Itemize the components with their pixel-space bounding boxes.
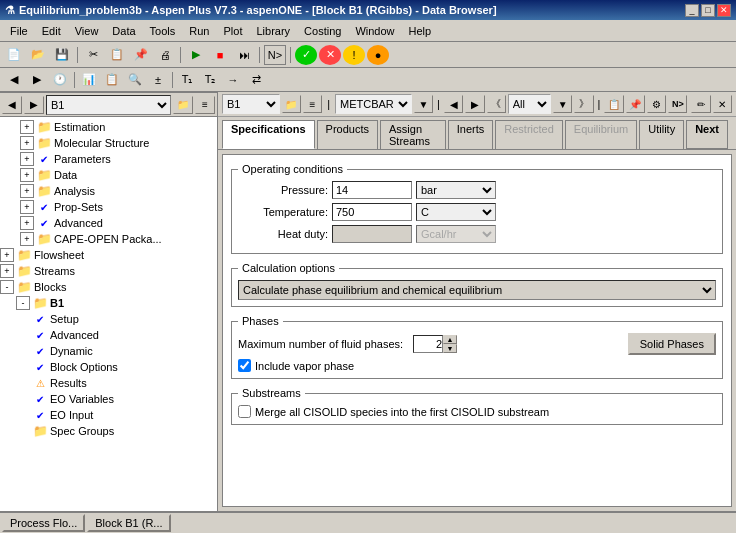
run-btn[interactable]: ▶ xyxy=(185,45,207,65)
left-nav-back[interactable]: ◀ xyxy=(2,96,22,114)
tree-item-eovariables[interactable]: ✔ EO Variables xyxy=(0,391,217,407)
next-button[interactable]: Next xyxy=(686,120,728,149)
block-b1-selector[interactable]: B1 xyxy=(222,94,280,114)
temperature-input[interactable] xyxy=(332,203,412,221)
tree-item-dynamic[interactable]: ✔ Dynamic xyxy=(0,343,217,359)
view2-btn[interactable]: 📋 xyxy=(101,70,123,90)
metc-dropdown[interactable]: ▼ xyxy=(414,95,433,113)
menu-item-data[interactable]: Data xyxy=(106,23,141,39)
calculation-options-select[interactable]: Calculate phase equilibrium and chemical… xyxy=(238,280,716,300)
tree-item-capeopen[interactable]: + 📁 CAPE-OPEN Packa... xyxy=(0,231,217,247)
merge-cisolid-checkbox[interactable] xyxy=(238,405,251,418)
menu-item-help[interactable]: Help xyxy=(403,23,438,39)
check-btn[interactable]: ✓ xyxy=(295,45,317,65)
list-btn[interactable]: ≡ xyxy=(303,95,322,113)
ok-btn[interactable]: ● xyxy=(367,45,389,65)
left-folder-btn[interactable]: 📁 xyxy=(173,96,193,114)
pressure-input[interactable] xyxy=(332,181,412,199)
paste-btn[interactable]: 📌 xyxy=(130,45,152,65)
tree-item-advanced[interactable]: + ✔ Advanced xyxy=(0,215,217,231)
tree-item-advanced-b1[interactable]: ✔ Advanced xyxy=(0,327,217,343)
tab-inerts[interactable]: Inerts xyxy=(448,120,494,149)
tree-item-analysis[interactable]: + 📁 Analysis xyxy=(0,183,217,199)
copy2-btn[interactable]: 📋 xyxy=(604,95,623,113)
menu-item-window[interactable]: Window xyxy=(349,23,400,39)
tree-item-setup[interactable]: ✔ Setup xyxy=(0,311,217,327)
tree-item-specgroups[interactable]: 📁 Spec Groups xyxy=(0,423,217,439)
fwd-btn[interactable]: ▶ xyxy=(26,70,48,90)
settings-btn[interactable]: ⚙ xyxy=(647,95,666,113)
solid-phases-button[interactable]: Solid Phases xyxy=(628,333,716,355)
all-selector[interactable]: All xyxy=(508,94,551,114)
nav-first-btn[interactable]: 《 xyxy=(487,95,506,113)
tree-item-eoinput[interactable]: ✔ EO Input xyxy=(0,407,217,423)
open-btn[interactable]: 📂 xyxy=(27,45,49,65)
folder-btn[interactable]: 📁 xyxy=(282,95,301,113)
cut-btn[interactable]: ✂ xyxy=(82,45,104,65)
tree-item-propsets[interactable]: + ✔ Prop-Sets xyxy=(0,199,217,215)
menu-item-view[interactable]: View xyxy=(69,23,105,39)
new-btn[interactable]: 📄 xyxy=(3,45,25,65)
spin-up-btn[interactable]: ▲ xyxy=(443,335,457,344)
step-btn[interactable]: ⏭ xyxy=(233,45,255,65)
error-btn[interactable]: ✕ xyxy=(319,45,341,65)
sym-btn[interactable]: ± xyxy=(147,70,169,90)
tree-item-estimation[interactable]: + 📁 Estimation xyxy=(0,119,217,135)
maximize-btn[interactable]: □ xyxy=(701,4,715,17)
menu-item-plot[interactable]: Plot xyxy=(217,23,248,39)
view1-btn[interactable]: 📊 xyxy=(78,70,100,90)
nav-prev-btn[interactable]: ◀ xyxy=(444,95,463,113)
spin-down-btn[interactable]: ▼ xyxy=(443,344,457,353)
close2-btn[interactable]: ✕ xyxy=(713,95,732,113)
back-btn[interactable]: ◀ xyxy=(3,70,25,90)
hist-btn[interactable]: 🕐 xyxy=(49,70,71,90)
warn-btn[interactable]: ! xyxy=(343,45,365,65)
all-dropdown[interactable]: ▼ xyxy=(553,95,572,113)
pressure-unit-select[interactable]: baratmpsi xyxy=(416,181,496,199)
menu-item-file[interactable]: File xyxy=(4,23,34,39)
tree-item-streams[interactable]: + 📁 Streams xyxy=(0,263,217,279)
menu-item-edit[interactable]: Edit xyxy=(36,23,67,39)
task-block-b1[interactable]: Block B1 (R... xyxy=(87,514,170,532)
stream-btn[interactable]: ⇄ xyxy=(245,70,267,90)
temperature-unit-select[interactable]: CKF xyxy=(416,203,496,221)
pencil-btn[interactable]: ✏ xyxy=(691,95,710,113)
t1-btn[interactable]: T₁ xyxy=(176,70,198,90)
include-vapor-checkbox[interactable] xyxy=(238,359,251,372)
t3-btn[interactable]: → xyxy=(222,70,244,90)
nav-fwd-btn[interactable]: ▶ xyxy=(465,95,484,113)
save-btn[interactable]: 💾 xyxy=(51,45,73,65)
metcbar-selector[interactable]: METCBAR xyxy=(335,94,412,114)
close-btn[interactable]: ✕ xyxy=(717,4,731,17)
tree-item-results[interactable]: ⚠ Results xyxy=(0,375,217,391)
tab-assign-streams[interactable]: Assign Streams xyxy=(380,120,446,149)
results2-btn[interactable]: N> xyxy=(668,95,687,113)
tree-item-data[interactable]: + 📁 Data xyxy=(0,167,217,183)
results-btn[interactable]: N> xyxy=(264,45,286,65)
tree-item-molstructure[interactable]: + 📁 Molecular Structure xyxy=(0,135,217,151)
tab-products[interactable]: Products xyxy=(317,120,378,149)
menu-item-library[interactable]: Library xyxy=(250,23,296,39)
left-nav-fwd[interactable]: ▶ xyxy=(24,96,44,114)
tree-item-blockoptions[interactable]: ✔ Block Options xyxy=(0,359,217,375)
menu-item-costing[interactable]: Costing xyxy=(298,23,347,39)
tree-item-flowsheet[interactable]: + 📁 Flowsheet xyxy=(0,247,217,263)
menu-item-tools[interactable]: Tools xyxy=(144,23,182,39)
print-btn[interactable]: 🖨 xyxy=(154,45,176,65)
copy-btn[interactable]: 📋 xyxy=(106,45,128,65)
view3-btn[interactable]: 🔍 xyxy=(124,70,146,90)
stop-btn[interactable]: ■ xyxy=(209,45,231,65)
block-selector[interactable]: B1 xyxy=(46,95,171,115)
task-process-flow[interactable]: Process Flo... xyxy=(2,514,85,532)
paste2-btn[interactable]: 📌 xyxy=(626,95,645,113)
max-fluid-phases-input[interactable] xyxy=(413,335,443,353)
tree-item-blocks[interactable]: - 📁 Blocks xyxy=(0,279,217,295)
minimize-btn[interactable]: _ xyxy=(685,4,699,17)
nav-last-btn[interactable]: 》 xyxy=(574,95,593,113)
tab-specifications[interactable]: Specifications xyxy=(222,120,315,149)
menu-item-run[interactable]: Run xyxy=(183,23,215,39)
tree-item-parameters[interactable]: + ✔ Parameters xyxy=(0,151,217,167)
tree-item-b1[interactable]: - 📁 B1 xyxy=(0,295,217,311)
left-list-btn[interactable]: ≡ xyxy=(195,96,215,114)
tab-utility[interactable]: Utility xyxy=(639,120,684,149)
